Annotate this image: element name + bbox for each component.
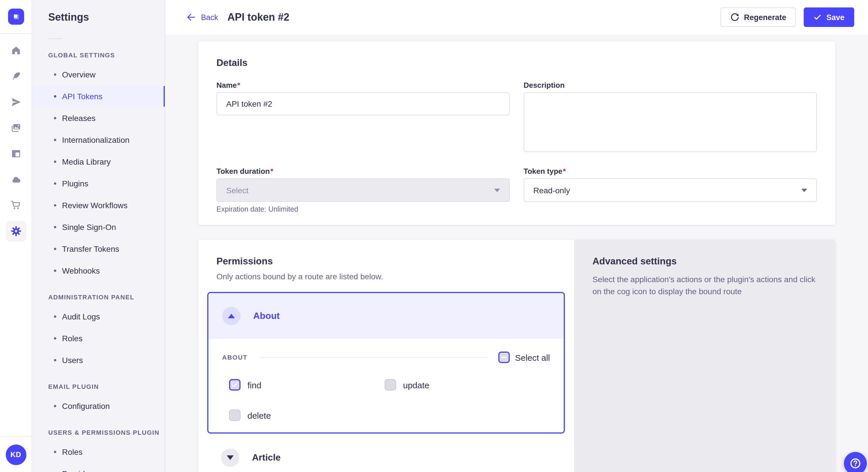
bullet-icon bbox=[54, 270, 56, 272]
token-type-value: Read-only bbox=[533, 186, 570, 195]
regenerate-button[interactable]: Regenerate bbox=[720, 7, 796, 27]
token-duration-select[interactable]: Select bbox=[216, 178, 510, 202]
select-all-control[interactable]: Select all bbox=[498, 351, 550, 363]
section-label-global-settings: Global Settings bbox=[48, 52, 165, 59]
token-type-field-group: Token type* Read-only bbox=[524, 167, 817, 213]
save-button[interactable]: Save bbox=[804, 7, 854, 27]
refresh-icon bbox=[730, 12, 739, 22]
sidebar-item-label: Roles bbox=[62, 334, 83, 343]
sidebar-item-label: Users bbox=[62, 356, 83, 365]
accordion-about-header[interactable]: About bbox=[208, 293, 564, 339]
check-icon bbox=[814, 13, 822, 21]
sidebar-item-media-library[interactable]: Media Library bbox=[32, 151, 165, 172]
bullet-icon bbox=[54, 182, 56, 185]
subnav-title: Settings bbox=[48, 11, 165, 24]
update-label[interactable]: update bbox=[403, 380, 429, 390]
sidebar-item-webhooks[interactable]: Webhooks bbox=[32, 260, 165, 281]
select-all-label[interactable]: Select all bbox=[515, 352, 550, 362]
token-type-label: Token type* bbox=[524, 167, 817, 175]
accordion-article-title: Article bbox=[252, 452, 281, 463]
back-link[interactable]: Back bbox=[186, 12, 218, 22]
sidebar-item-label: Media Library bbox=[62, 157, 111, 166]
accordion-about: About ABOUT Select all bbox=[207, 292, 565, 434]
token-duration-label: Token duration* bbox=[216, 167, 510, 175]
collapse-toggle-button[interactable] bbox=[222, 307, 241, 325]
sidebar-item-transfer-tokens[interactable]: Transfer Tokens bbox=[32, 239, 165, 259]
name-input[interactable] bbox=[216, 92, 510, 115]
send-icon[interactable] bbox=[5, 92, 26, 112]
description-label: Description bbox=[524, 81, 817, 90]
bullet-icon bbox=[54, 226, 56, 228]
permission-action-delete: delete bbox=[229, 409, 384, 421]
token-type-select[interactable]: Read-only bbox=[524, 178, 817, 202]
accordion-article-header[interactable]: Article bbox=[207, 448, 565, 467]
sidebar-item-plugins[interactable]: Plugins bbox=[32, 173, 165, 194]
media-icon[interactable] bbox=[5, 117, 26, 138]
page-title: API token #2 bbox=[227, 11, 289, 23]
sidebar-item-up-providers[interactable]: Providers bbox=[32, 463, 165, 472]
app-root: KD Settings Global Settings Overview API… bbox=[0, 0, 868, 472]
sidebar-item-review-workflows[interactable]: Review Workflows bbox=[32, 195, 165, 216]
chevron-down-icon bbox=[494, 189, 500, 192]
main-area: Back API token #2 Regenerate Save bbox=[165, 0, 868, 472]
sidebar-item-label: Transfer Tokens bbox=[62, 244, 119, 254]
select-all-checkbox[interactable] bbox=[498, 351, 510, 363]
permission-action-update: update bbox=[384, 379, 550, 391]
feather-icon[interactable] bbox=[5, 66, 26, 87]
strapi-logo[interactable] bbox=[8, 9, 24, 25]
description-field-group: Description bbox=[524, 81, 817, 152]
update-checkbox[interactable] bbox=[384, 379, 396, 391]
icon-bar: KD bbox=[0, 0, 32, 472]
sidebar-item-email-configuration[interactable]: Configuration bbox=[32, 396, 165, 416]
section-label-users-permissions-plugin: Users & Permissions plugin bbox=[48, 429, 165, 436]
layout-icon[interactable] bbox=[5, 143, 26, 164]
sidebar-item-audit-logs[interactable]: Audit Logs bbox=[32, 306, 165, 327]
advanced-settings-panel: Advanced settings Select the application… bbox=[574, 240, 835, 472]
sidebar-item-label: Providers bbox=[62, 469, 96, 472]
back-arrow-icon bbox=[186, 12, 196, 22]
sidebar-item-label: Roles bbox=[62, 447, 83, 457]
required-marker: * bbox=[237, 81, 240, 90]
name-label: Name* bbox=[216, 81, 510, 90]
save-label: Save bbox=[826, 13, 844, 22]
expand-toggle-button[interactable] bbox=[221, 448, 239, 467]
bullet-icon bbox=[54, 337, 56, 339]
find-checkbox[interactable] bbox=[229, 379, 241, 391]
cart-icon[interactable] bbox=[5, 195, 26, 216]
sidebar-item-releases[interactable]: Releases bbox=[32, 108, 165, 129]
group-divider bbox=[260, 357, 488, 358]
sidebar-item-api-tokens[interactable]: API Tokens bbox=[32, 86, 165, 107]
delete-label[interactable]: delete bbox=[247, 410, 271, 420]
bullet-icon bbox=[54, 139, 56, 141]
subnav-title-divider bbox=[48, 38, 62, 39]
sidebar-item-up-roles[interactable]: Roles bbox=[32, 442, 165, 462]
token-duration-value: Select bbox=[226, 186, 249, 195]
sidebar-item-overview[interactable]: Overview bbox=[32, 64, 165, 85]
permissions-heading: Permissions bbox=[216, 256, 556, 267]
sidebar-item-internationalization[interactable]: Internationalization bbox=[32, 130, 165, 150]
bullet-icon bbox=[54, 315, 56, 318]
permissions-container: Permissions Only actions bound by a rout… bbox=[198, 240, 835, 472]
check-icon bbox=[231, 381, 238, 388]
settings-gear-icon[interactable] bbox=[5, 221, 26, 241]
delete-checkbox[interactable] bbox=[229, 409, 241, 421]
sidebar-item-admin-users[interactable]: Users bbox=[32, 350, 165, 370]
required-marker: * bbox=[563, 167, 566, 175]
accordion-about-title: About bbox=[253, 311, 280, 321]
sidebar-item-label: Releases bbox=[62, 113, 96, 123]
sidebar-item-label: Configuration bbox=[62, 401, 110, 411]
sidebar-item-single-sign-on[interactable]: Single Sign-On bbox=[32, 217, 165, 237]
cloud-icon[interactable] bbox=[5, 169, 26, 190]
description-textarea[interactable] bbox=[524, 92, 817, 152]
advanced-settings-body: Select the application's actions or the … bbox=[592, 274, 817, 298]
accordion-about-body: ABOUT Select all bbox=[208, 339, 564, 432]
permissions-section: Permissions Only actions bound by a rout… bbox=[198, 240, 574, 472]
icon-bar-divider-bottom bbox=[0, 436, 32, 436]
avatar[interactable]: KD bbox=[5, 444, 26, 465]
find-label[interactable]: find bbox=[247, 380, 261, 390]
sidebar-item-admin-roles[interactable]: Roles bbox=[32, 328, 165, 349]
sidebar-item-label: Audit Logs bbox=[62, 312, 100, 321]
help-button[interactable] bbox=[844, 452, 867, 472]
home-icon[interactable] bbox=[5, 40, 26, 61]
sidebar-item-label: Overview bbox=[62, 70, 96, 79]
